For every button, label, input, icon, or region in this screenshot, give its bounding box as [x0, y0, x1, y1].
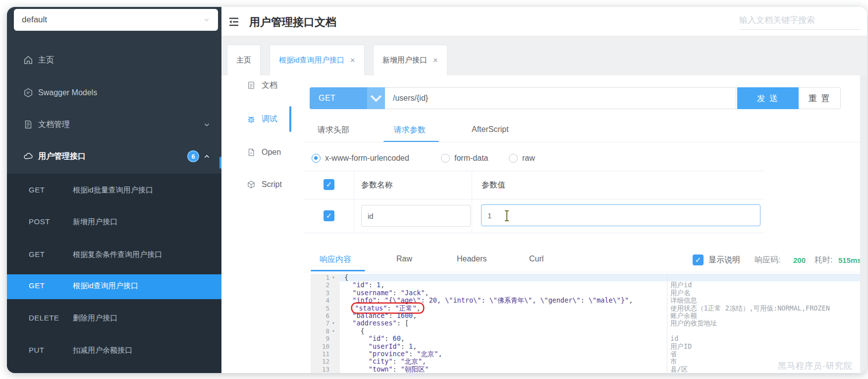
column-header-name: 参数名称 [361, 180, 393, 190]
subnav-label: 文档 [262, 80, 277, 91]
api-item[interactable]: GET 根据复杂条件查询用户接口 [7, 243, 221, 268]
reset-button[interactable]: 重 置 [799, 87, 841, 109]
divider [304, 272, 860, 272]
status-code-value: 200 [793, 256, 806, 264]
sidebar-item-doc-manage[interactable]: 文档管理 [7, 114, 221, 135]
sidebar-item-home[interactable]: 主页 [7, 49, 221, 71]
chevron-down-icon[interactable] [203, 121, 211, 128]
api-cloud-icon [23, 151, 33, 161]
param-name-input[interactable] [361, 205, 471, 227]
subnav-open[interactable]: Open [247, 145, 289, 160]
subnav-label: 调试 [262, 114, 277, 125]
tab-label: 根据id查询用户接口 [279, 56, 344, 65]
subnav-label: Script [262, 180, 282, 189]
subnav-active-indicator [289, 106, 291, 132]
docs-icon [23, 120, 33, 129]
close-icon[interactable]: × [433, 56, 438, 65]
menu-fold-icon[interactable] [228, 16, 240, 28]
divider [304, 142, 860, 142]
text-cursor-icon [506, 211, 507, 221]
subnav-label: Open [262, 148, 281, 157]
tab-raw[interactable]: Raw [396, 254, 412, 263]
close-icon[interactable]: × [350, 56, 355, 65]
api-item-active[interactable]: GET 根据id查询用户接口 [7, 274, 221, 299]
radio-label[interactable]: raw [522, 154, 535, 163]
search-input[interactable] [739, 11, 861, 30]
select-all-checkbox[interactable]: ✓ [324, 179, 334, 190]
show-desc-checkbox[interactable]: ✓ [693, 254, 704, 265]
editor-gutter[interactable]: 1▾234567▾8▾910111213 [311, 274, 340, 373]
sidebar-item-swagger-models[interactable]: Swagger Models [7, 82, 221, 104]
http-method: GET [29, 250, 45, 258]
api-item[interactable]: PUT 扣减用户余额接口 [7, 339, 221, 364]
api-item-label: 新增用户接口 [73, 217, 117, 227]
column-header-value: 参数值 [482, 180, 505, 190]
radio-raw[interactable] [509, 154, 518, 163]
api-item-label: 根据id查询用户接口 [73, 281, 138, 291]
editor-code-lines[interactable]: { "id": 1, "username": "Jack", "info": "… [340, 274, 667, 373]
tab-response-content[interactable]: 响应内容 [320, 254, 351, 265]
tab-request-params[interactable]: 请求参数 [394, 125, 426, 135]
tab-afterscript[interactable]: AfterScript [472, 125, 509, 134]
method-select[interactable]: GET [310, 87, 385, 109]
divider [354, 171, 354, 234]
method-select-value: GET [310, 94, 335, 103]
subnav-doc[interactable]: 文档 [247, 78, 289, 93]
chevron-down-icon [367, 87, 385, 109]
status-code-label: 响应码: [755, 255, 780, 265]
tab-add-user[interactable]: 新增用户接口 × [373, 45, 447, 75]
http-method: DELETE [29, 314, 59, 322]
sidebar-item-label: Swagger Models [38, 88, 97, 97]
active-tab-underline [311, 270, 365, 271]
api-item-label: 删除用户接口 [73, 314, 117, 323]
app: default 主页 Swagger Models [0, 0, 868, 379]
sidebar-item-label: 主页 [38, 55, 54, 65]
http-method: POST [29, 217, 50, 226]
chevron-up-icon[interactable] [203, 153, 211, 160]
radio-form-data[interactable] [441, 154, 450, 163]
divider [472, 171, 472, 234]
tab-headers[interactable]: Headers [457, 254, 487, 263]
home-icon [23, 55, 33, 65]
send-button[interactable]: 发 送 [737, 87, 799, 109]
radio-label[interactable]: x-www-form-urlencoded [325, 154, 409, 163]
subnav-script[interactable]: Script [247, 177, 289, 192]
sidebar-item-label: 用户管理接口 [38, 151, 86, 162]
time-label: 耗时: [814, 255, 832, 265]
api-item-label: 扣减用户余额接口 [73, 346, 132, 355]
scrollbar[interactable] [860, 75, 867, 373]
sidebar-item-label: 文档管理 [38, 120, 70, 130]
tab-curl[interactable]: Curl [529, 254, 543, 263]
file-icon [247, 148, 256, 157]
tab-label: 主页 [236, 56, 251, 65]
radio-urlencoded[interactable] [312, 154, 321, 163]
row-checkbox[interactable]: ✓ [324, 210, 334, 221]
url-input[interactable] [385, 87, 736, 109]
tab-query-by-id[interactable]: 根据id查询用户接口 × [270, 45, 365, 75]
time-value: 515ms [838, 256, 862, 264]
http-method: GET [29, 186, 45, 194]
highlight-red-box: "status": "正常", [352, 304, 423, 313]
project-select[interactable]: default [14, 9, 218, 31]
sidebar-item-user-api-group[interactable]: 用户管理接口 6 [7, 145, 221, 167]
subnav-debug[interactable]: 调试 [247, 112, 289, 126]
radio-label[interactable]: form-data [454, 154, 488, 163]
http-method: GET [29, 281, 45, 290]
document-icon [247, 81, 256, 90]
project-select-value: default [22, 15, 47, 25]
sidebar: default 主页 Swagger Models [7, 7, 221, 373]
models-icon [23, 88, 33, 98]
api-item[interactable]: DELETE 删除用户接口 [7, 307, 221, 331]
http-method: PUT [29, 346, 45, 354]
watermark: 黑马程序员-研究院 [778, 360, 853, 372]
api-item[interactable]: GET 根据id批量查询用户接口 [7, 179, 221, 203]
api-item[interactable]: POST 新增用户接口 [7, 210, 221, 235]
bug-icon [247, 115, 256, 124]
doc-tabbar: 主页 根据id查询用户接口 × 新增用户接口 × [221, 36, 867, 75]
tab-home[interactable]: 主页 [227, 45, 261, 75]
tab-request-headers[interactable]: 请求头部 [318, 125, 349, 135]
param-value-input[interactable] [481, 204, 760, 226]
page-title: 用户管理接口文档 [249, 15, 336, 30]
divider [304, 199, 764, 199]
api-count-badge: 6 [187, 150, 199, 162]
